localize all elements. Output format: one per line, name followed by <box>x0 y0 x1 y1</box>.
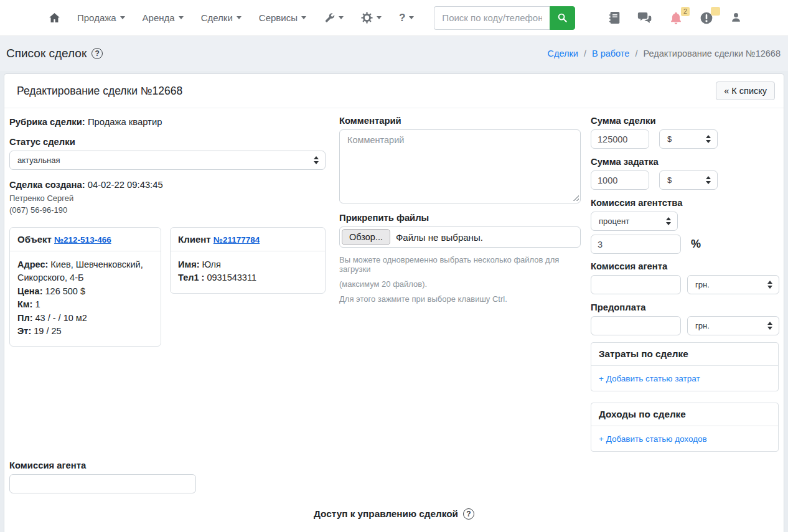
search-button[interactable] <box>550 6 575 30</box>
prepayment-currency-select[interactable]: грн. <box>687 316 779 335</box>
nav-item-sdelki[interactable]: Сделки <box>201 12 242 23</box>
left-column: Рубрика сделки: Продажа квартир Статус с… <box>9 116 326 452</box>
search-input[interactable] <box>434 6 550 30</box>
agency-commission-input[interactable] <box>591 235 681 254</box>
caret-down-icon <box>339 16 344 22</box>
agent-commission-currency-select[interactable]: грн. <box>687 275 779 294</box>
add-expense-link[interactable]: + Добавить статью затрат <box>599 374 700 383</box>
back-to-list-button[interactable]: « К списку <box>716 82 775 100</box>
comment-label: Комментарий <box>339 116 581 126</box>
page-header: Список сделок Сделки В работе Редактиров… <box>0 36 788 71</box>
deposit-currency-select[interactable]: $ <box>659 170 718 190</box>
page-title: Список сделок <box>6 47 103 60</box>
prepayment-label: Предоплата <box>591 302 779 312</box>
caret-down-icon <box>237 16 242 22</box>
updown-arrows-icon <box>314 156 319 164</box>
nav-item-tools[interactable] <box>324 12 344 24</box>
question-circle-icon[interactable] <box>463 508 474 520</box>
agency-commission-type-select[interactable]: процент <box>591 212 678 231</box>
comment-wrap <box>339 129 581 203</box>
add-income-link[interactable]: + Добавить статью доходов <box>599 434 707 444</box>
bottom-agent-commission-input[interactable] <box>9 474 196 493</box>
breadcrumb-separator <box>635 49 637 58</box>
browse-button[interactable]: Обзор... <box>342 229 390 245</box>
file-help-text: Вы можете одновременно выбрать несколько… <box>339 255 581 304</box>
card-body: Рубрика сделки: Продажа квартир Статус с… <box>4 108 784 452</box>
updown-arrows-icon <box>767 322 772 330</box>
deal-status-select[interactable]: актуальная <box>9 151 326 170</box>
client-number-link[interactable]: №21177784 <box>213 235 260 245</box>
comment-textarea[interactable] <box>339 129 581 203</box>
breadcrumb-link-sdelki[interactable]: Сделки <box>548 49 578 58</box>
agency-commission-label: Комиссия агентства <box>591 198 779 208</box>
deal-created: Сделка создана: 04-02-22 09:43:45 <box>9 180 326 190</box>
updown-arrows-icon <box>706 176 711 184</box>
user-icon <box>730 11 742 24</box>
nav-item-help[interactable]: ? <box>399 12 414 24</box>
file-input[interactable]: Обзор... Файлы не выбраны. <box>339 226 581 248</box>
nav-item-settings[interactable] <box>361 12 382 24</box>
navbar-right-icons: 2 <box>609 11 742 25</box>
attach-files-label: Прикрепить файлы <box>339 213 581 223</box>
card-title: Редактирование сделки №12668 <box>17 85 182 98</box>
nav-item-prodazha[interactable]: Продажа <box>77 12 125 23</box>
object-floor: Эт: 19 / 25 <box>17 325 153 338</box>
expenses-body: + Добавить статью затрат <box>591 366 778 391</box>
expenses-card: Затраты по сделке + Добавить статью затр… <box>591 342 779 391</box>
deal-edit-card: Редактирование сделки №12668 « К списку … <box>4 73 784 532</box>
breadcrumb-link-v-rabote[interactable]: В работе <box>592 49 629 58</box>
deposit-input[interactable] <box>591 170 649 190</box>
income-body: + Добавить статью доходов <box>591 426 778 451</box>
creator-phone: (067) 56-96-190 <box>9 205 326 217</box>
caret-down-icon <box>179 16 184 22</box>
nav-item-servisy[interactable]: Сервисы <box>259 12 306 23</box>
agent-commission-input[interactable] <box>591 275 681 294</box>
deal-rubric: Рубрика сделки: Продажа квартир <box>9 117 326 127</box>
caret-down-icon <box>120 16 125 22</box>
deposit-label: Сумма задатка <box>591 157 779 167</box>
home-icon <box>49 12 60 24</box>
income-card: Доходы по сделке + Добавить статью доход… <box>591 403 779 452</box>
notifications-button[interactable]: 2 <box>669 11 683 25</box>
object-card-body: Адрес: Киев, Шевченковский, Сикорского, … <box>10 251 161 347</box>
breadcrumb-current: Редактирование сделки №12668 <box>643 49 781 58</box>
alerts-button[interactable] <box>700 11 713 25</box>
agent-commission-label: Комиссия агента <box>591 261 779 271</box>
help-icon: ? <box>399 12 405 24</box>
address-book-button[interactable] <box>609 11 621 24</box>
profile-button[interactable] <box>730 11 742 24</box>
prepayment-input[interactable] <box>591 316 681 335</box>
object-card-header: Объект №212-513-466 <box>10 228 161 251</box>
updown-arrows-icon <box>666 217 671 225</box>
deal-sum-currency-select[interactable]: $ <box>659 129 718 149</box>
alerts-badge <box>711 7 720 16</box>
question-circle-icon[interactable] <box>91 48 103 59</box>
updown-arrows-icon <box>706 135 711 143</box>
client-name: Имя: Юля <box>178 258 317 271</box>
creator-name: Петренко Сергей <box>9 193 326 205</box>
expenses-title: Затраты по сделке <box>591 343 778 366</box>
client-card: Клиент №21177784 Имя: Юля Тел1 : 0931543… <box>170 227 326 294</box>
object-area: Пл: 43 / - / 10 м2 <box>17 312 153 325</box>
middle-column: Комментарий Прикрепить файлы Обзор... Фа… <box>339 116 581 452</box>
home-button[interactable] <box>49 12 60 24</box>
breadcrumb-separator <box>584 49 586 58</box>
deal-sum-input[interactable] <box>591 129 649 149</box>
linked-entities: Объект №212-513-466 Адрес: Киев, Шевченк… <box>9 227 326 347</box>
messages-button[interactable] <box>637 11 652 24</box>
main-menu: Продажа Аренда Сделки Сервисы <box>77 12 414 24</box>
caret-down-icon <box>377 16 382 22</box>
gear-icon <box>361 12 373 24</box>
notifications-badge: 2 <box>681 7 690 16</box>
percent-sign: % <box>691 238 701 251</box>
object-rooms: Км: 1 <box>17 298 153 311</box>
wrench-icon <box>324 12 335 24</box>
access-heading: Доступ к управлению сделкой <box>9 508 779 520</box>
object-card: Объект №212-513-466 Адрес: Киев, Шевченк… <box>9 227 161 347</box>
nav-item-arenda[interactable]: Аренда <box>143 12 184 23</box>
bottom-agent-commission-label: Комиссия агента <box>9 460 779 470</box>
right-column: Сумма сделки $ Сумма задатка $ Комиссия … <box>591 116 779 452</box>
updown-arrows-icon <box>767 281 772 289</box>
object-number-link[interactable]: №212-513-466 <box>54 235 111 245</box>
search-group <box>434 6 575 30</box>
